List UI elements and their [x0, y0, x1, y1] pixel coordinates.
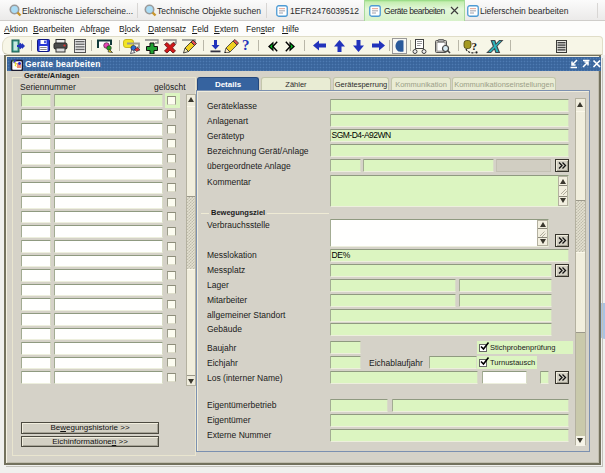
svg-text:?: ?: [472, 40, 478, 52]
